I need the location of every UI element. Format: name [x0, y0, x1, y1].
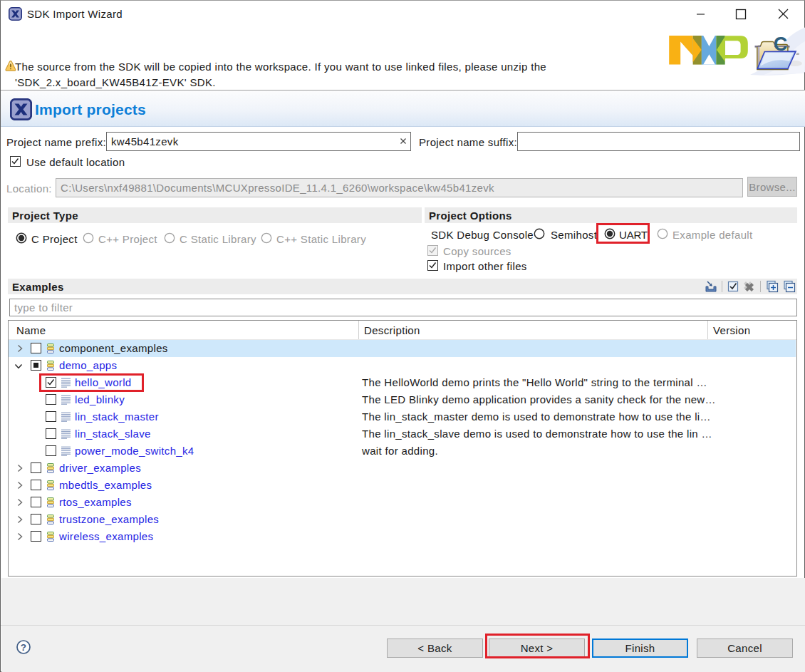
svg-text:?: ?	[21, 642, 27, 653]
